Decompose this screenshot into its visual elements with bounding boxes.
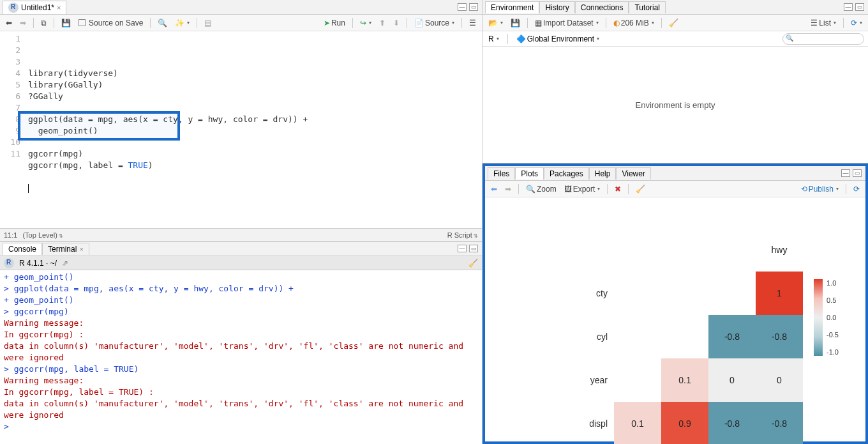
load-icon[interactable]: 📂 — [486, 18, 505, 28]
source-tab-title: Untitled1* — [21, 3, 54, 12]
find-icon[interactable]: 🔍 — [156, 18, 169, 28]
tab-environment[interactable]: Environment — [485, 1, 539, 13]
notebook-icon[interactable]: ▤ — [202, 18, 213, 28]
minimize-pane-icon[interactable]: — — [844, 3, 853, 11]
minimize-pane-icon[interactable]: — — [458, 3, 467, 11]
tab-history[interactable]: History — [539, 1, 574, 13]
maximize-pane-icon[interactable]: ▭ — [469, 245, 478, 252]
tab-packages[interactable]: Packages — [544, 167, 589, 180]
cursor-position: 11:1 — [4, 231, 17, 239]
console-output[interactable]: + geom_point()> ggplot(data = mpg, aes(x… — [0, 270, 482, 444]
rerun-icon[interactable]: ↪ — [358, 18, 373, 28]
plot-next-icon[interactable]: ➡ — [503, 184, 513, 194]
scope-selector[interactable]: 🔷 Global Environment — [514, 34, 601, 44]
refresh-icon[interactable]: ⟳ — [849, 18, 864, 28]
tab-files[interactable]: Files — [488, 167, 515, 180]
minimize-pane-icon[interactable]: — — [458, 245, 467, 252]
maximize-pane-icon[interactable]: ▭ — [855, 3, 864, 11]
env-search-input[interactable] — [782, 33, 864, 45]
maximize-pane-icon[interactable]: ▭ — [469, 3, 478, 11]
console-tab[interactable]: Console — [3, 243, 42, 255]
down-icon[interactable]: ⬇ — [391, 18, 401, 28]
tab-plots[interactable]: Plots — [515, 167, 544, 180]
close-icon[interactable]: × — [79, 245, 83, 253]
code-highlight — [18, 111, 180, 141]
rscript-icon — [8, 3, 19, 13]
back-icon[interactable]: ⬅ — [4, 18, 14, 28]
memory-indicator[interactable]: ◐ 206 MiB — [611, 18, 656, 28]
console-info: R 4.1.1 · ~/ — [19, 259, 57, 268]
terminal-tab[interactable]: Terminal× — [42, 243, 89, 255]
source-toolbar: ⬅ ➡ ⧉ 💾 Source on Save 🔍 ✨ ▤ ➤ Run ↪ ⬆ ⬇… — [0, 15, 482, 31]
scope-selector[interactable]: (Top Level) — [22, 231, 63, 239]
up-icon[interactable]: ⬆ — [377, 18, 387, 28]
save-icon[interactable]: 💾 — [59, 18, 73, 28]
show-in-new-window-icon[interactable]: ⧉ — [39, 18, 49, 28]
tab-help[interactable]: Help — [589, 167, 617, 180]
clear-plots-icon[interactable]: 🧹 — [634, 184, 647, 194]
r-logo-icon — [4, 258, 14, 268]
plot-prev-icon[interactable]: ⬅ — [489, 184, 499, 194]
remove-plot-icon[interactable]: ✖ — [613, 184, 623, 194]
source-on-save-checkbox[interactable]: Source on Save — [77, 18, 145, 28]
view-mode-selector[interactable]: ☰ List — [809, 18, 838, 28]
run-button[interactable]: ➤ Run — [322, 18, 347, 28]
zoom-button[interactable]: 🔍 Zoom — [524, 184, 558, 194]
source-editor[interactable]: 1234567891011 library(tidyverse)library(… — [0, 31, 482, 228]
outline-icon[interactable]: ☰ — [467, 18, 478, 28]
source-tab[interactable]: Untitled1* × — [3, 1, 66, 14]
minimize-pane-icon[interactable]: — — [841, 169, 850, 177]
env-empty-message: Environment is empty — [483, 47, 868, 163]
clear-console-icon[interactable]: 🧹 — [468, 259, 478, 268]
close-icon[interactable]: × — [57, 4, 61, 11]
language-selector[interactable]: R — [486, 34, 501, 44]
save-env-icon[interactable]: 💾 — [509, 18, 522, 28]
import-dataset-button[interactable]: ▦ Import Dataset — [533, 18, 601, 28]
wand-icon[interactable]: ✨ — [173, 18, 191, 28]
tab-tutorial[interactable]: Tutorial — [629, 1, 666, 13]
plot-canvas: hwycty1cyl-0.8-0.8year0.100displ0.10.9-0… — [485, 197, 865, 441]
clear-env-icon[interactable]: 🧹 — [667, 18, 680, 28]
plot-legend: 1.00.50.0-0.5-1.0 — [814, 279, 839, 356]
export-button[interactable]: 🖼 Export — [562, 184, 602, 194]
publish-button[interactable]: ⟲ Publish — [799, 184, 841, 194]
refresh-plot-icon[interactable]: ⟳ — [851, 184, 862, 194]
tab-viewer[interactable]: Viewer — [616, 167, 650, 180]
filetype-selector[interactable]: R Script — [447, 231, 478, 239]
source-button[interactable]: 📄 Source — [412, 18, 456, 28]
tab-connections[interactable]: Connections — [575, 1, 629, 13]
maximize-pane-icon[interactable]: ▭ — [853, 169, 862, 177]
forward-icon[interactable]: ➡ — [18, 18, 28, 28]
goto-wd-icon[interactable]: ⇗ — [62, 259, 68, 268]
